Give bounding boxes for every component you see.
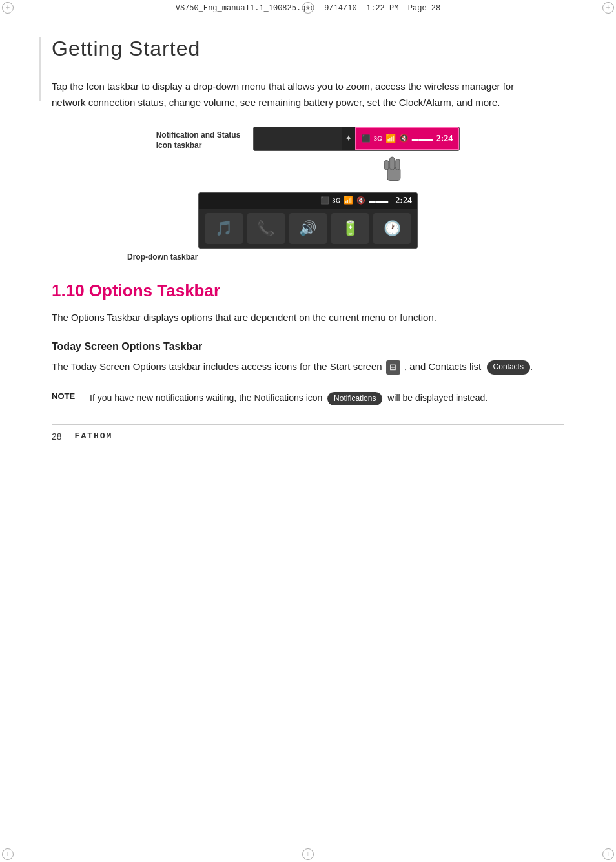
dd-signal-bars: 📶	[344, 196, 353, 205]
intro-paragraph: Tap the Icon taskbar to display a drop-d…	[52, 79, 536, 111]
today-screen-body: The Today Screen Options taskbar include…	[52, 359, 536, 375]
section-1-10-heading-text: 1.10 Options Taskbar	[52, 281, 220, 300]
finger-cursor-container	[379, 151, 408, 186]
taskbar-top-bar: ✦ ⬛ 3G 📶 🔇 ▬▬▬ 2:24	[253, 127, 460, 151]
svg-rect-3	[385, 160, 389, 170]
volume-icon: 🔇	[399, 134, 409, 143]
note-label: NOTE	[52, 391, 81, 405]
volume-speaker-icon: 🔊	[299, 220, 316, 237]
battery-icon: ▬▬▬	[412, 135, 433, 143]
reg-mark-top-right: +	[602, 1, 615, 14]
left-border-accent	[39, 37, 41, 101]
start-screen-icon	[386, 360, 400, 375]
section-1-10-heading: 1.10 Options Taskbar	[52, 281, 564, 301]
footer: 28 FATHOM	[52, 424, 564, 442]
dd-time: 2:24	[395, 196, 412, 206]
taskbar-left-empty	[254, 127, 342, 150]
taskbar-label-line1: Notification and Status	[156, 130, 241, 141]
dd-icon-volume: 🔊	[289, 213, 327, 244]
dd-icon-media: 🎵	[205, 213, 243, 244]
reg-mark-top-left: +	[1, 1, 14, 14]
media-icon: 🎵	[215, 220, 232, 237]
dd-volume-icon: 🔇	[356, 196, 365, 205]
taskbar-top-container: Notification and Status Icon taskbar ✦ ⬛…	[121, 127, 495, 186]
dd-signal-icon: ⬛	[320, 196, 329, 205]
dropdown-top-row: ⬛ 3G 📶 🔇 ▬▬▬ 2:24	[199, 193, 417, 209]
header-page: Page 28	[408, 4, 440, 13]
today-screen-text-part2: , and Contacts list	[404, 361, 481, 372]
clock-icon: 🕐	[384, 220, 401, 237]
taskbar-illustration-section: Notification and Status Icon taskbar ✦ ⬛…	[121, 127, 495, 262]
note-text: If you have new notifications waiting, t…	[90, 391, 488, 405]
taskbar-label-line2: Icon taskbar	[156, 140, 202, 151]
note-text-part1: If you have new notifications waiting, t…	[90, 393, 322, 403]
reg-mark-bottom-right: +	[602, 848, 615, 861]
dropdown-label: Drop-down taskbar	[127, 252, 198, 262]
note-block: NOTE If you have new notifications waiti…	[52, 391, 517, 405]
call-icon: 📞	[257, 220, 274, 237]
taskbar-time: 2:24	[436, 134, 453, 144]
page-number: 28	[52, 431, 62, 442]
notifications-badge: Notifications	[327, 392, 382, 405]
bluetooth-icon: ✦	[345, 133, 353, 144]
taskbar-bt-area: ✦	[342, 127, 355, 150]
dd-battery-icon: ▬▬▬	[369, 197, 388, 204]
signal-strength-icon: 📶	[385, 134, 396, 144]
section-1-10-body: The Options Taskbar displays options tha…	[52, 310, 536, 326]
contacts-badge: Contacts	[487, 360, 530, 375]
note-text-part2: will be displayed instead.	[387, 393, 488, 403]
taskbar-label-container: Notification and Status Icon taskbar	[156, 127, 241, 152]
dropdown-taskbar-container: ⬛ 3G 📶 🔇 ▬▬▬ 2:24 🎵	[121, 192, 495, 262]
period: .	[530, 361, 533, 372]
header-date: 9/14/10	[324, 4, 356, 13]
brand-name: FATHOM	[75, 431, 113, 441]
3g-icon: 3G	[374, 135, 382, 142]
dd-icon-clock: 🕐	[373, 213, 411, 244]
content-area: Getting Started Tap the Icon taskbar to …	[0, 17, 616, 455]
signal-bars-icon: ⬛	[362, 134, 371, 143]
today-screen-text-part1: The Today Screen Options taskbar include…	[52, 361, 382, 372]
header-filename: VS750_Eng_manual1.1_100825.qxd	[176, 4, 315, 13]
battery-status-icon: 🔋	[342, 220, 359, 237]
page-frame: + + + + + + VS750_Eng_manual1.1_100825.q…	[0, 0, 616, 862]
finger-cursor-icon	[379, 151, 408, 183]
dropdown-icons-row: 🎵 📞 🔊 🔋	[199, 209, 417, 248]
header-time: 1:22 PM	[366, 4, 398, 13]
chapter-title: Getting Started	[52, 37, 564, 61]
dd-3g-icon: 3G	[333, 197, 341, 204]
reg-mark-top-center: +	[302, 1, 314, 14]
svg-rect-2	[396, 159, 400, 169]
dropdown-bar: ⬛ 3G 📶 🔇 ▬▬▬ 2:24 🎵	[198, 192, 418, 249]
dd-icon-call: 📞	[247, 213, 285, 244]
today-screen-subheading: Today Screen Options Taskbar	[52, 341, 564, 353]
taskbar-right-highlighted: ⬛ 3G 📶 🔇 ▬▬▬ 2:24	[355, 127, 459, 150]
reg-mark-bottom-center: +	[302, 848, 314, 861]
svg-rect-1	[390, 157, 395, 170]
reg-mark-bottom-left: +	[1, 848, 14, 861]
dd-icon-battery: 🔋	[331, 213, 369, 244]
taskbar-graphic: ✦ ⬛ 3G 📶 🔇 ▬▬▬ 2:24	[253, 127, 460, 186]
